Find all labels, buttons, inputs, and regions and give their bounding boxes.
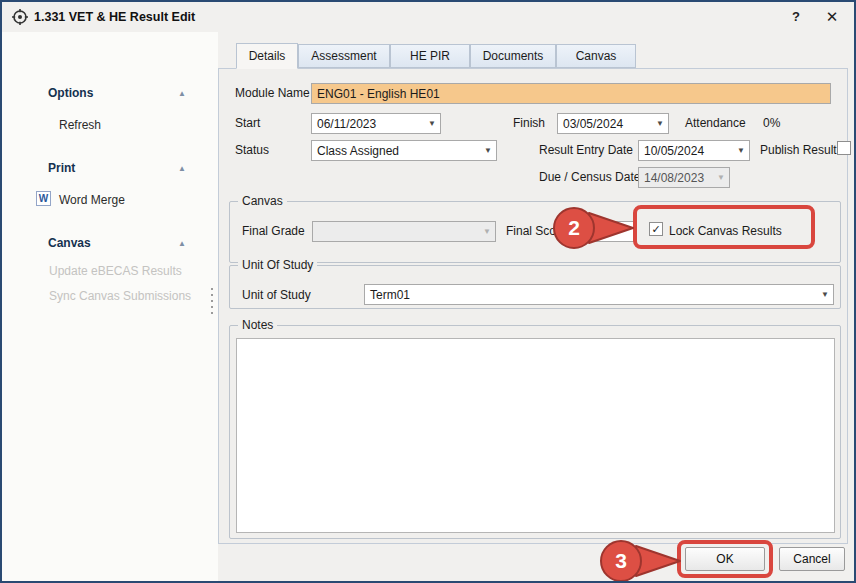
attendance-label: Attendance xyxy=(685,116,746,130)
notes-textarea[interactable] xyxy=(236,338,835,533)
status-value: Class Assigned xyxy=(317,144,399,158)
attendance-value: 0% xyxy=(763,116,780,130)
unit-of-study-dropdown[interactable]: Term01 ▼ xyxy=(364,284,834,305)
chevron-down-icon: ▼ xyxy=(428,120,436,128)
lock-canvas-results-checkbox[interactable]: ✓ xyxy=(649,222,663,236)
canvas-group-title: Canvas xyxy=(238,194,287,208)
module-name-label: Module Name xyxy=(235,86,310,100)
final-grade-dropdown[interactable]: ▼ xyxy=(312,221,496,242)
canvas-groupbox: Canvas Final Grade ▼ Final Score ✓ Lock … xyxy=(229,201,841,263)
collapse-arrow-icon[interactable]: ▲ xyxy=(178,239,186,248)
sidebar-section-print[interactable]: Print xyxy=(48,161,75,175)
tab-assessment[interactable]: Assessment xyxy=(298,44,390,68)
sidebar: Options ▲ Refresh Print ▲ W Word Merge C… xyxy=(2,32,218,581)
final-grade-label: Final Grade xyxy=(242,224,305,238)
splitter-grip[interactable] xyxy=(208,278,216,324)
tab-documents[interactable]: Documents xyxy=(470,44,556,68)
tab-he-pir[interactable]: HE PIR xyxy=(390,44,470,68)
sidebar-item-update-ebecas[interactable]: Update eBECAS Results xyxy=(49,264,182,278)
publish-result-checkbox[interactable] xyxy=(837,141,851,155)
due-census-date-label: Due / Census Date xyxy=(539,170,640,184)
start-label: Start xyxy=(235,116,260,130)
sidebar-item-word-merge[interactable]: Word Merge xyxy=(59,193,125,207)
status-dropdown[interactable]: Class Assigned ▼ xyxy=(311,140,497,161)
finish-label: Finish xyxy=(513,116,545,130)
unit-group-title: Unit Of Study xyxy=(238,258,317,272)
window-title: 1.331 VET & HE Result Edit xyxy=(34,10,195,24)
chevron-down-icon: ▼ xyxy=(821,291,829,299)
tab-details[interactable]: Details xyxy=(236,43,298,69)
result-entry-date-label: Result Entry Date xyxy=(539,143,633,157)
final-score-field[interactable] xyxy=(566,221,636,242)
unit-of-study-groupbox: Unit Of Study Unit of Study Term01 ▼ xyxy=(229,265,841,309)
ok-button[interactable]: OK xyxy=(685,547,765,571)
annotation-step3-number: 3 xyxy=(615,549,627,572)
cancel-button[interactable]: Cancel xyxy=(779,547,845,571)
module-name-field[interactable]: ENG01 - English HE01 xyxy=(311,83,831,104)
publish-result-label: Publish Result xyxy=(760,143,837,157)
collapse-arrow-icon[interactable]: ▲ xyxy=(178,89,186,98)
tab-canvas[interactable]: Canvas xyxy=(556,44,636,68)
due-census-date-picker[interactable]: 14/08/2023 ▼ xyxy=(638,167,730,188)
chevron-down-icon: ▼ xyxy=(484,147,492,155)
finish-date-picker[interactable]: 03/05/2024 ▼ xyxy=(557,113,669,134)
module-name-value: ENG01 - English HE01 xyxy=(317,87,440,101)
check-icon: ✓ xyxy=(651,223,660,235)
status-label: Status xyxy=(235,143,269,157)
app-gear-icon xyxy=(12,9,28,25)
notes-groupbox: Notes xyxy=(229,325,841,539)
chevron-down-icon: ▼ xyxy=(483,228,491,236)
details-page: Module Name ENG01 - English HE01 Start 0… xyxy=(218,68,848,544)
dialog-window: 1.331 VET & HE Result Edit ? ✕ Options ▲… xyxy=(0,0,856,583)
unit-of-study-value: Term01 xyxy=(370,288,410,302)
collapse-arrow-icon[interactable]: ▲ xyxy=(178,164,186,173)
chevron-down-icon: ▼ xyxy=(656,120,664,128)
lock-canvas-results-label: Lock Canvas Results xyxy=(669,224,782,238)
help-button[interactable]: ? xyxy=(786,8,806,26)
sidebar-item-sync-canvas[interactable]: Sync Canvas Submissions xyxy=(49,289,191,303)
titlebar: 1.331 VET & HE Result Edit ? ✕ xyxy=(2,2,854,32)
notes-group-title: Notes xyxy=(238,318,277,332)
word-icon: W xyxy=(36,191,51,206)
chevron-down-icon: ▼ xyxy=(737,147,745,155)
start-date-value: 06/11/2023 xyxy=(317,117,376,131)
close-icon[interactable]: ✕ xyxy=(822,8,842,26)
due-census-date-value: 14/08/2023 xyxy=(644,171,704,185)
result-entry-date-value: 10/05/2024 xyxy=(644,144,704,158)
chevron-down-icon: ▼ xyxy=(717,174,725,182)
final-score-label: Final Score xyxy=(506,224,567,238)
result-entry-date-picker[interactable]: 10/05/2024 ▼ xyxy=(638,140,750,161)
finish-date-value: 03/05/2024 xyxy=(563,117,623,131)
sidebar-section-options[interactable]: Options xyxy=(48,86,93,100)
sidebar-section-canvas[interactable]: Canvas xyxy=(48,236,91,250)
sidebar-item-refresh[interactable]: Refresh xyxy=(59,118,101,132)
unit-of-study-label: Unit of Study xyxy=(242,288,311,302)
start-date-picker[interactable]: 06/11/2023 ▼ xyxy=(311,113,441,134)
